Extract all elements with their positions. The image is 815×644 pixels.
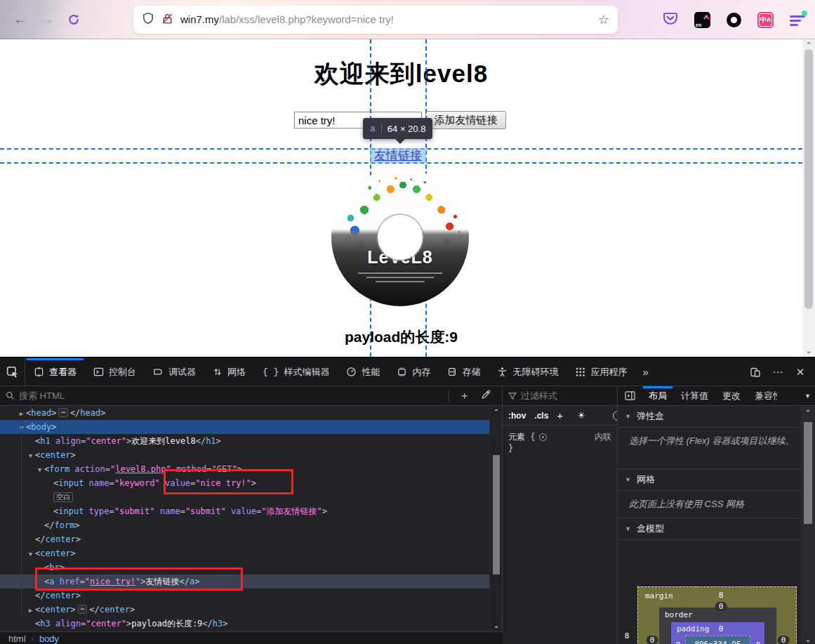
ring-extension-icon[interactable] <box>727 13 741 27</box>
scroll-up-icon[interactable]: ⌃ <box>490 408 503 416</box>
border-top-value[interactable]: 0 <box>715 602 727 611</box>
whitespace-badge[interactable]: 空白 <box>53 492 73 502</box>
add-rule-button[interactable]: + <box>557 409 563 421</box>
syntax-link[interactable]: nice try! <box>90 577 135 586</box>
sidebar-tab-计算值[interactable]: 计算值 <box>674 386 715 405</box>
border-right-value[interactable]: 0 <box>778 636 790 644</box>
box-model-content[interactable]: 896×334.95 <box>685 636 750 644</box>
url-bar[interactable]: win7.my/lab/xss/level8.php?keyword=nice … <box>133 6 618 34</box>
syntax-link[interactable]: level8.php <box>115 464 166 474</box>
collapsed-ellipsis[interactable]: ⋯ <box>58 408 67 417</box>
class-toggle[interactable]: .cls <box>534 411 548 421</box>
devtools-tab-accessibility[interactable]: 无障碍环境 <box>489 358 566 386</box>
scroll-up-icon[interactable]: ⌃ <box>801 409 815 416</box>
rule-source-link[interactable]: 内联 <box>595 431 611 443</box>
markup-scrollbar[interactable]: ⌃ ⌄ <box>489 406 502 631</box>
devtools-tab-network[interactable]: 网络 <box>204 358 254 386</box>
devtools-tab-style[interactable]: { }样式编辑器 <box>254 358 338 386</box>
markup-row[interactable]: ▼<form action="level8.php" method="GET"> <box>0 462 490 476</box>
print-media-icon[interactable] <box>613 411 617 421</box>
markup-row[interactable]: <h3 align="center">payload的长度:9</h3> <box>0 617 490 631</box>
forward-arrow-icon[interactable]: → <box>35 8 59 32</box>
devtools-tab-storage[interactable]: 存储 <box>439 358 489 386</box>
node-picker-button[interactable] <box>0 358 25 386</box>
pseudo-class-toggle[interactable]: :hov <box>508 411 526 421</box>
target-icon[interactable] <box>539 433 547 441</box>
sidebar-scrollbar[interactable]: ⌃ ⌄ <box>801 407 815 644</box>
markup-row[interactable]: ▼<center> <box>0 546 490 560</box>
markup-row[interactable]: ▶<head>⋯</head> <box>0 406 490 420</box>
margin-top-value[interactable]: 8 <box>719 591 724 600</box>
more-tabs-button[interactable]: » <box>635 358 654 386</box>
chinese-translate-extension-icon[interactable]: 中A <box>757 12 774 28</box>
breadcrumb-html[interactable]: html <box>8 633 26 644</box>
sidebar-tab-兼容性[interactable]: 兼容性 <box>748 386 777 405</box>
eyedropper-icon[interactable] <box>475 390 496 402</box>
markup-row[interactable]: ▼<body> <box>0 420 490 434</box>
box-model-border[interactable]: border 0 padding 0 896×334.95 0 0 0 <box>659 607 776 644</box>
twisty-icon[interactable]: ▼ <box>35 463 44 477</box>
collapsed-ellipsis[interactable]: ⋯ <box>78 605 87 614</box>
sidebar-scrollbar-thumb[interactable] <box>804 422 812 524</box>
padding-left-value[interactable]: 0 <box>676 640 681 644</box>
devtools-tab-console[interactable]: 控制台 <box>85 358 145 386</box>
markup-row[interactable]: ▼<center> <box>0 448 490 462</box>
devtools-tab-debugger[interactable]: 调试器 <box>145 358 204 386</box>
page-scrollbar[interactable]: ⌃ ⌄ <box>802 39 815 357</box>
twisty-icon[interactable]: ▼ <box>26 449 35 463</box>
flexbox-section-header[interactable]: ▼弹性盒 <box>618 406 815 428</box>
devtools-tab-memory[interactable]: 内存 <box>388 358 439 386</box>
padding-right-value[interactable]: 0 <box>756 640 761 644</box>
app-menu-icon[interactable] <box>790 13 805 26</box>
markup-scrollbar-thumb[interactable] <box>493 455 500 574</box>
padding-top-value[interactable]: 0 <box>719 624 724 633</box>
pocket-icon[interactable] <box>663 11 678 29</box>
back-arrow-icon[interactable]: ← <box>8 8 32 32</box>
sidebar-tab-布局[interactable]: 布局 <box>642 386 674 405</box>
sidebar-tabs-dropdown-icon[interactable]: ▼ <box>800 386 815 405</box>
markup-row[interactable]: <h1 align="center">欢迎来到level8</h1> <box>0 434 490 448</box>
close-devtools-icon[interactable]: ✕ <box>791 363 809 381</box>
markup-row[interactable]: <br> <box>0 560 490 574</box>
reload-icon[interactable] <box>62 8 86 32</box>
devtools-tab-performance[interactable]: 性能 <box>338 358 388 386</box>
grid-section-header[interactable]: ▼网格 <box>618 469 815 491</box>
markup-row[interactable]: <input name="keyword" value="nice try!"> <box>0 476 490 490</box>
add-node-button[interactable]: ＋ <box>453 389 475 402</box>
bookmark-star-icon[interactable]: ☆ <box>598 12 609 27</box>
markup-row[interactable]: <input type="submit" name="submit" value… <box>0 504 490 518</box>
border-left-value[interactable]: 0 <box>647 636 658 644</box>
style-filter-bar[interactable]: 过滤样式 <box>503 386 617 406</box>
friend-link[interactable]: 友情链接 <box>370 148 426 163</box>
light-mode-toggle-icon[interactable]: ☀ <box>577 410 585 421</box>
breadcrumb-body[interactable]: body <box>39 633 59 644</box>
insecure-lock-icon[interactable] <box>161 13 173 27</box>
markup-row[interactable]: <a href="nice try!">友情链接</a> <box>0 574 490 589</box>
box-model-padding[interactable]: padding 0 896×334.95 0 0 0 <box>671 622 764 644</box>
margin-left-value[interactable]: 8 <box>625 631 630 640</box>
scroll-down-icon[interactable]: ⌄ <box>801 636 815 643</box>
responsive-mode-icon[interactable] <box>746 363 764 381</box>
tracking-shield-icon[interactable] <box>142 12 154 27</box>
twisty-icon[interactable]: ▼ <box>26 547 35 561</box>
markup-row[interactable]: </center> <box>0 589 490 603</box>
scroll-down-icon[interactable]: ⌄ <box>490 622 503 629</box>
box-model-margin[interactable]: margin 8 border 0 padding 0 896×334.95 0 <box>637 586 797 644</box>
twisty-icon[interactable]: ▶ <box>17 407 26 421</box>
markup-row[interactable]: 空白 <box>0 490 490 504</box>
markup-search-bar[interactable]: 搜索 HTML ＋ <box>0 386 502 406</box>
add-link-button[interactable]: 添加友情链接 <box>425 111 506 129</box>
sidebar-tab-更改[interactable]: 更改 <box>715 386 748 405</box>
devtools-menu-icon[interactable]: ⋯ <box>769 363 787 381</box>
twisty-icon[interactable]: ▶ <box>26 603 35 617</box>
page-scrollbar-thumb[interactable] <box>804 49 813 309</box>
translate-extension-icon[interactable]: en⇗ <box>694 12 710 28</box>
boxmodel-section-header[interactable]: ▼盒模型 <box>618 518 815 540</box>
markup-row[interactable]: </form> <box>0 518 490 532</box>
toggle-pane-icon[interactable] <box>618 386 642 405</box>
devtools-tab-inspector[interactable]: 查看器 <box>25 358 85 386</box>
devtools-tab-application[interactable]: 应用程序 <box>566 358 635 386</box>
markup-row[interactable]: ▶<center>⋯</center> <box>0 603 490 617</box>
scroll-down-icon[interactable]: ⌄ <box>802 346 815 355</box>
rule-selector[interactable]: 元素 <box>508 432 525 442</box>
